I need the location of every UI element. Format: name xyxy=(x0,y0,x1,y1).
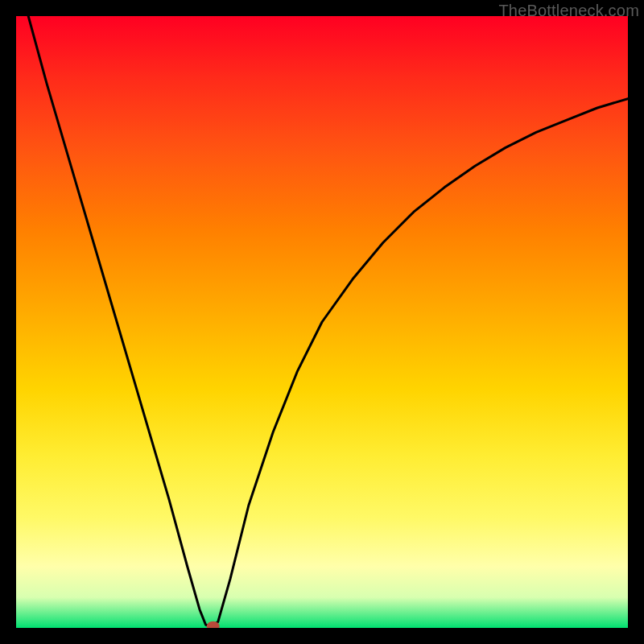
curve-svg xyxy=(16,16,628,628)
bottleneck-curve xyxy=(28,16,628,626)
chart-frame: TheBottleneck.com xyxy=(0,0,644,644)
curve-group xyxy=(28,16,628,628)
plot-area xyxy=(16,16,628,628)
